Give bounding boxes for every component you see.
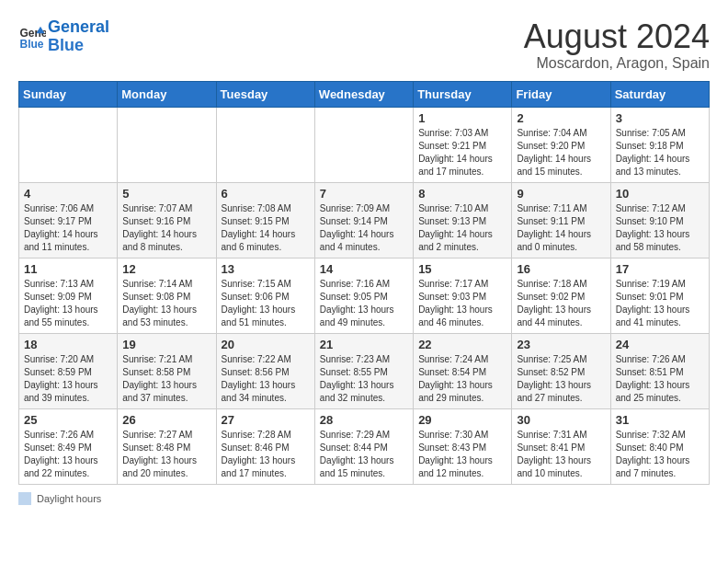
day-info: Sunrise: 7:26 AM Sunset: 8:51 PM Dayligh… — [616, 353, 704, 405]
day-info: Sunrise: 7:12 AM Sunset: 9:10 PM Dayligh… — [616, 202, 704, 254]
day-info: Sunrise: 7:04 AM Sunset: 9:20 PM Dayligh… — [517, 127, 605, 178]
calendar-cell: 24Sunrise: 7:26 AM Sunset: 8:51 PM Dayli… — [610, 333, 709, 408]
day-number: 22 — [418, 338, 506, 351]
day-number: 14 — [320, 262, 408, 276]
calendar-cell: 14Sunrise: 7:16 AM Sunset: 9:05 PM Dayli… — [314, 258, 413, 333]
calendar-cell: 25Sunrise: 7:26 AM Sunset: 8:49 PM Dayli… — [19, 408, 118, 484]
calendar-cell: 7Sunrise: 7:09 AM Sunset: 9:14 PM Daylig… — [314, 182, 413, 258]
day-info: Sunrise: 7:16 AM Sunset: 9:05 PM Dayligh… — [320, 278, 408, 329]
calendar-cell: 21Sunrise: 7:23 AM Sunset: 8:55 PM Dayli… — [314, 333, 413, 408]
calendar-cell — [118, 107, 216, 182]
calendar-cell: 17Sunrise: 7:19 AM Sunset: 9:01 PM Dayli… — [610, 258, 709, 333]
daylight-legend-box — [18, 492, 31, 505]
calendar-cell: 15Sunrise: 7:17 AM Sunset: 9:03 PM Dayli… — [414, 258, 512, 333]
calendar-table: SundayMondayTuesdayWednesdayThursdayFrid… — [18, 81, 710, 485]
page-header: General Blue General Blue August 2024 Mo… — [18, 18, 710, 72]
day-number: 20 — [222, 338, 310, 351]
day-info: Sunrise: 7:15 AM Sunset: 9:06 PM Dayligh… — [222, 278, 310, 329]
day-number: 10 — [616, 187, 704, 201]
day-number: 28 — [320, 413, 408, 427]
day-info: Sunrise: 7:29 AM Sunset: 8:44 PM Dayligh… — [320, 429, 408, 480]
day-info: Sunrise: 7:22 AM Sunset: 8:56 PM Dayligh… — [222, 353, 310, 405]
day-number: 23 — [517, 338, 605, 351]
day-info: Sunrise: 7:30 AM Sunset: 8:43 PM Dayligh… — [418, 429, 506, 480]
calendar-cell — [19, 107, 118, 182]
day-number: 16 — [517, 262, 605, 276]
calendar-week-row: 25Sunrise: 7:26 AM Sunset: 8:49 PM Dayli… — [19, 408, 710, 484]
calendar-cell: 3Sunrise: 7:05 AM Sunset: 9:18 PM Daylig… — [610, 107, 709, 182]
weekday-header-tuesday: Tuesday — [216, 81, 314, 107]
day-info: Sunrise: 7:11 AM Sunset: 9:11 PM Dayligh… — [517, 202, 605, 254]
day-info: Sunrise: 7:31 AM Sunset: 8:41 PM Dayligh… — [517, 429, 605, 480]
weekday-header-saturday: Saturday — [610, 81, 709, 107]
location-subtitle: Moscardon, Aragon, Spain — [524, 55, 710, 72]
day-info: Sunrise: 7:19 AM Sunset: 9:01 PM Dayligh… — [616, 278, 704, 329]
calendar-cell: 10Sunrise: 7:12 AM Sunset: 9:10 PM Dayli… — [610, 182, 709, 258]
day-number: 2 — [517, 111, 605, 125]
day-info: Sunrise: 7:25 AM Sunset: 8:52 PM Dayligh… — [517, 353, 605, 405]
day-number: 27 — [222, 413, 310, 427]
day-info: Sunrise: 7:06 AM Sunset: 9:17 PM Dayligh… — [24, 202, 112, 254]
day-info: Sunrise: 7:26 AM Sunset: 8:49 PM Dayligh… — [24, 429, 112, 480]
day-info: Sunrise: 7:21 AM Sunset: 8:58 PM Dayligh… — [122, 353, 210, 405]
weekday-header-thursday: Thursday — [414, 81, 512, 107]
day-info: Sunrise: 7:05 AM Sunset: 9:18 PM Dayligh… — [616, 127, 704, 178]
calendar-cell: 20Sunrise: 7:22 AM Sunset: 8:56 PM Dayli… — [216, 333, 314, 408]
month-year-title: August 2024 — [524, 18, 710, 55]
calendar-cell: 31Sunrise: 7:32 AM Sunset: 8:40 PM Dayli… — [610, 408, 709, 484]
day-number: 25 — [24, 413, 112, 427]
day-number: 4 — [24, 187, 112, 201]
calendar-cell: 29Sunrise: 7:30 AM Sunset: 8:43 PM Dayli… — [414, 408, 512, 484]
title-block: August 2024 Moscardon, Aragon, Spain — [524, 18, 710, 72]
day-info: Sunrise: 7:14 AM Sunset: 9:08 PM Dayligh… — [122, 278, 210, 329]
logo-icon: General Blue — [18, 23, 46, 51]
calendar-cell: 11Sunrise: 7:13 AM Sunset: 9:09 PM Dayli… — [19, 258, 118, 333]
day-number: 3 — [616, 111, 704, 125]
weekday-header-sunday: Sunday — [19, 81, 118, 107]
weekday-header-monday: Monday — [118, 81, 216, 107]
day-info: Sunrise: 7:20 AM Sunset: 8:59 PM Dayligh… — [24, 353, 112, 405]
weekday-header-wednesday: Wednesday — [314, 81, 413, 107]
day-info: Sunrise: 7:09 AM Sunset: 9:14 PM Dayligh… — [320, 202, 408, 254]
calendar-cell: 19Sunrise: 7:21 AM Sunset: 8:58 PM Dayli… — [118, 333, 216, 408]
day-info: Sunrise: 7:13 AM Sunset: 9:09 PM Dayligh… — [24, 278, 112, 329]
day-number: 15 — [418, 262, 506, 276]
calendar-cell: 6Sunrise: 7:08 AM Sunset: 9:15 PM Daylig… — [216, 182, 314, 258]
calendar-week-row: 1Sunrise: 7:03 AM Sunset: 9:21 PM Daylig… — [19, 107, 710, 182]
weekday-header-friday: Friday — [512, 81, 610, 107]
day-info: Sunrise: 7:07 AM Sunset: 9:16 PM Dayligh… — [122, 202, 210, 254]
logo-text: General — [48, 18, 109, 37]
day-number: 21 — [320, 338, 408, 351]
calendar-week-row: 4Sunrise: 7:06 AM Sunset: 9:17 PM Daylig… — [19, 182, 710, 258]
calendar-cell: 27Sunrise: 7:28 AM Sunset: 8:46 PM Dayli… — [216, 408, 314, 484]
day-number: 11 — [24, 262, 112, 276]
weekday-header-row: SundayMondayTuesdayWednesdayThursdayFrid… — [19, 81, 710, 107]
day-number: 6 — [222, 187, 310, 201]
day-info: Sunrise: 7:28 AM Sunset: 8:46 PM Dayligh… — [222, 429, 310, 480]
day-number: 8 — [418, 187, 506, 201]
calendar-week-row: 18Sunrise: 7:20 AM Sunset: 8:59 PM Dayli… — [19, 333, 710, 408]
svg-text:Blue: Blue — [20, 38, 44, 51]
calendar-cell: 5Sunrise: 7:07 AM Sunset: 9:16 PM Daylig… — [118, 182, 216, 258]
logo: General Blue General Blue — [18, 18, 109, 55]
calendar-cell: 23Sunrise: 7:25 AM Sunset: 8:52 PM Dayli… — [512, 333, 610, 408]
day-number: 9 — [517, 187, 605, 201]
day-number: 24 — [616, 338, 704, 351]
calendar-cell: 28Sunrise: 7:29 AM Sunset: 8:44 PM Dayli… — [314, 408, 413, 484]
calendar-cell: 16Sunrise: 7:18 AM Sunset: 9:02 PM Dayli… — [512, 258, 610, 333]
day-number: 5 — [122, 187, 210, 201]
calendar-cell: 8Sunrise: 7:10 AM Sunset: 9:13 PM Daylig… — [414, 182, 512, 258]
day-number: 17 — [616, 262, 704, 276]
logo-subtext: Blue — [48, 37, 109, 55]
day-number: 18 — [24, 338, 112, 351]
calendar-week-row: 11Sunrise: 7:13 AM Sunset: 9:09 PM Dayli… — [19, 258, 710, 333]
day-number: 1 — [418, 111, 506, 125]
day-info: Sunrise: 7:08 AM Sunset: 9:15 PM Dayligh… — [222, 202, 310, 254]
day-info: Sunrise: 7:03 AM Sunset: 9:21 PM Dayligh… — [418, 127, 506, 178]
day-info: Sunrise: 7:17 AM Sunset: 9:03 PM Dayligh… — [418, 278, 506, 329]
calendar-cell: 1Sunrise: 7:03 AM Sunset: 9:21 PM Daylig… — [414, 107, 512, 182]
calendar-cell: 18Sunrise: 7:20 AM Sunset: 8:59 PM Dayli… — [19, 333, 118, 408]
day-number: 26 — [122, 413, 210, 427]
calendar-cell: 30Sunrise: 7:31 AM Sunset: 8:41 PM Dayli… — [512, 408, 610, 484]
calendar-cell — [314, 107, 413, 182]
